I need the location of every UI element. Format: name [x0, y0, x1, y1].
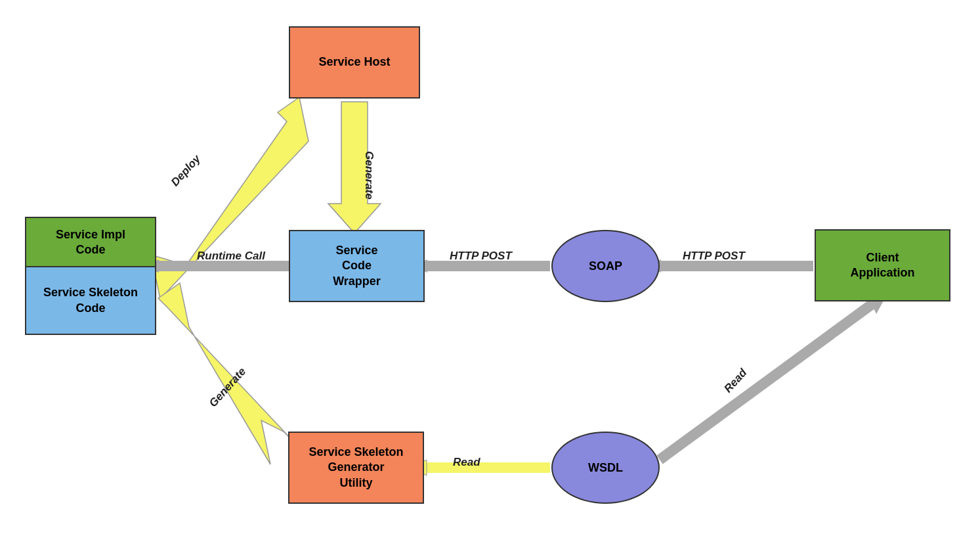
- diagram: Service Host ServiceCodeWrapper Service …: [0, 0, 980, 534]
- service-skeleton-code-label: Service SkeletonCode: [43, 285, 138, 316]
- svg-line-11: [660, 303, 873, 460]
- generate-bottom-label: Generate: [207, 365, 249, 410]
- soap-label: SOAP: [589, 259, 622, 273]
- service-impl-code-label: Service ImplCode: [56, 227, 125, 258]
- generate-bottom-arrow: [158, 283, 293, 464]
- service-impl-code-box: Service ImplCode: [25, 217, 156, 268]
- runtime-call-label: Runtime Call: [197, 250, 265, 263]
- client-application-label: ClientApplication: [851, 250, 915, 281]
- deploy-label: Deploy: [169, 152, 203, 189]
- service-host-box: Service Host: [289, 26, 420, 99]
- service-skeleton-gen-label: Service SkeletonGeneratorUtility: [309, 445, 403, 491]
- service-code-wrapper-box: ServiceCodeWrapper: [289, 230, 425, 302]
- wsdl-ellipse: WSDL: [551, 432, 660, 504]
- service-host-label: Service Host: [318, 55, 390, 70]
- read-bottom-label: Read: [453, 456, 480, 469]
- client-application-box: ClientApplication: [815, 229, 950, 301]
- service-skeleton-gen-box: Service SkeletonGeneratorUtility: [288, 432, 424, 504]
- service-skeleton-code-box: Service SkeletonCode: [25, 266, 156, 335]
- soap-ellipse: SOAP: [551, 230, 660, 302]
- http-post-right-label: HTTP POST: [683, 250, 745, 263]
- service-code-wrapper-label: ServiceCodeWrapper: [333, 243, 381, 289]
- read-right-label: Read: [721, 367, 750, 395]
- deploy-arrow: [151, 97, 309, 299]
- wsdl-label: WSDL: [588, 461, 623, 475]
- generate-top-label: Generate: [362, 151, 375, 200]
- http-post-left-label: HTTP POST: [450, 250, 512, 263]
